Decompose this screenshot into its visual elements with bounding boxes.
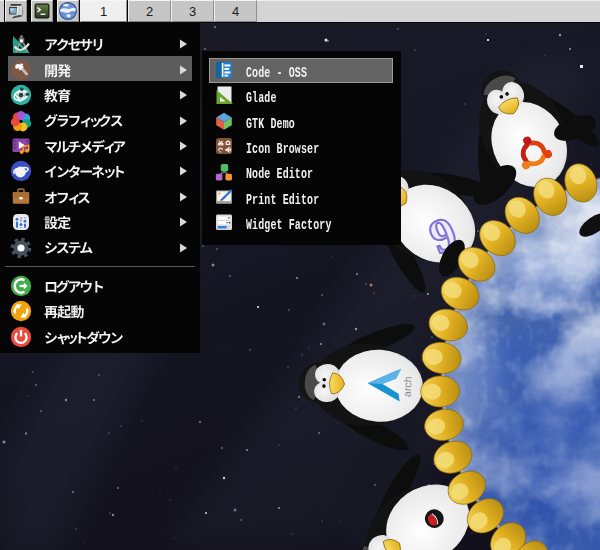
svg-text:arch: arch — [400, 376, 413, 397]
